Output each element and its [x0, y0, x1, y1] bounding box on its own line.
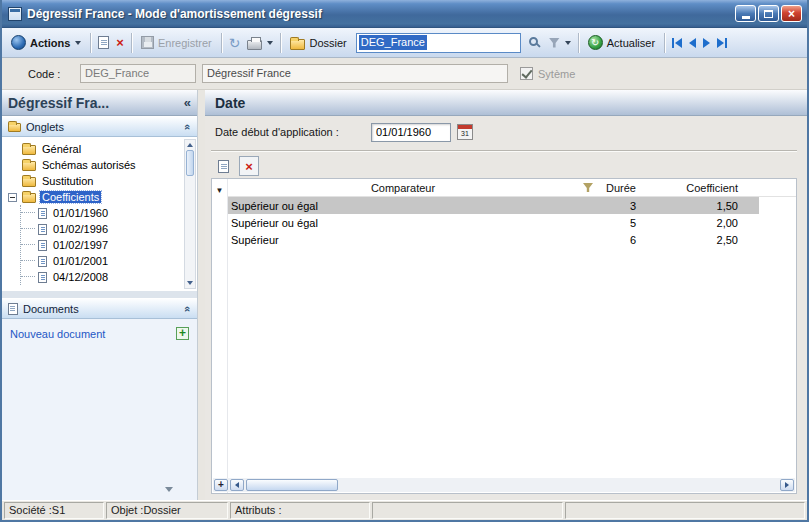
panel-splitter[interactable]	[198, 90, 205, 500]
dossier-button[interactable]: Dossier	[285, 31, 351, 55]
delete-button[interactable]: ×	[113, 31, 127, 55]
grid-rows: Supérieur ou égal31,50Supérieur ou égal5…	[228, 197, 796, 248]
column-header-duree[interactable]: Durée	[598, 182, 638, 194]
tree-item-date[interactable]: 04/12/2008	[21, 269, 183, 285]
table-row[interactable]: Supérieur ou égal31,50	[228, 197, 759, 214]
code-label: Code :	[28, 68, 80, 80]
tree-item-date[interactable]: 01/01/2001	[21, 253, 183, 269]
toolbar-separator	[221, 33, 222, 53]
new-document-link[interactable]: Nouveau document	[10, 328, 176, 340]
refresh-button[interactable]: ↻	[226, 31, 244, 55]
tree: GénéralSchémas autorisésSustitutionCoeff…	[2, 137, 197, 291]
date-field[interactable]: 01/01/1960	[371, 123, 451, 142]
folder-icon	[290, 39, 305, 50]
tree-item[interactable]: Général	[8, 141, 183, 157]
search-icon	[529, 37, 538, 46]
delete-icon: ×	[245, 160, 253, 173]
document-icon	[38, 224, 47, 235]
maximize-button[interactable]	[758, 5, 779, 22]
app-window: Dégressif France - Mode d'amortissement …	[0, 0, 809, 522]
scrollbar-thumb[interactable]	[246, 479, 338, 491]
scroll-up-icon[interactable]	[187, 143, 193, 147]
code-field[interactable]: DEG_France	[80, 64, 196, 83]
status-bar: Société :S1 Objet :Dossier Attributs :	[2, 500, 807, 520]
chevron-up-icon[interactable]: «	[182, 123, 194, 129]
tree-scrollbar[interactable]	[184, 139, 196, 289]
toolbar-separator	[131, 33, 132, 53]
search-button[interactable]	[525, 31, 545, 55]
grid-add-button[interactable]: +	[214, 479, 228, 491]
save-icon	[141, 36, 154, 49]
grid-toolbar: ×	[205, 154, 807, 178]
tree-item[interactable]: Coefficients	[8, 189, 183, 205]
new-button[interactable]	[95, 31, 112, 55]
nav-next-button[interactable]	[700, 31, 713, 55]
chevron-down-icon	[565, 41, 571, 45]
onglets-section-header[interactable]: Onglets «	[2, 116, 197, 137]
tree-collapse-icon[interactable]	[8, 193, 17, 202]
document-icon	[38, 272, 47, 283]
save-label: Enregistrer	[158, 37, 212, 49]
add-row-button[interactable]	[213, 156, 233, 176]
grid-hscrollbar[interactable]: +	[213, 478, 795, 492]
tree-children: 01/01/196001/02/199601/02/199701/01/2001…	[20, 205, 183, 285]
column-header-comparateur[interactable]: Comparateur	[228, 182, 578, 194]
search-input-value: DEG_France	[359, 35, 427, 50]
status-objet: Objet :Dossier	[106, 502, 228, 519]
grid-body: Comparateur Durée Coefficient Supérieur …	[228, 179, 796, 493]
nav-first-button[interactable]	[669, 31, 685, 55]
tree-item[interactable]: Schémas autorisés	[8, 157, 183, 173]
search-input[interactable]: DEG_France	[356, 33, 521, 53]
date-row: Date début d'application : 01/01/1960 31	[205, 116, 807, 148]
calendar-day: 31	[458, 129, 472, 139]
nav-last-button[interactable]	[714, 31, 730, 55]
tree-item-date[interactable]: 01/02/1997	[21, 237, 183, 253]
status-empty-segment	[565, 502, 805, 519]
actualiser-button[interactable]: ↻ Actualiser	[583, 31, 660, 55]
add-document-button[interactable]: +	[176, 327, 189, 340]
name-field[interactable]: Dégressif France	[202, 64, 508, 83]
coefficients-grid: ▼ Comparateur Durée Coefficient Supérieu…	[211, 178, 797, 494]
status-attributs: Attributs :	[230, 502, 370, 519]
grid-options-dropdown[interactable]: ▼	[216, 186, 224, 195]
maximize-icon	[764, 10, 773, 18]
print-button[interactable]	[244, 31, 276, 55]
tree-item[interactable]: Sustitution	[8, 173, 183, 189]
nav-last-icon	[717, 38, 727, 48]
column-filter[interactable]	[578, 183, 598, 192]
calendar-button[interactable]: 31	[457, 124, 473, 140]
column-header-coefficient[interactable]: Coefficient	[638, 182, 743, 194]
tree-item-date[interactable]: 01/02/1996	[21, 221, 183, 237]
filter-button[interactable]	[546, 31, 574, 55]
actions-label: Actions	[30, 37, 70, 49]
document-icon	[38, 208, 47, 219]
documents-section-header[interactable]: Documents «	[2, 298, 197, 319]
scroll-down-icon[interactable]	[165, 487, 173, 492]
delete-row-button[interactable]: ×	[239, 156, 259, 176]
main-title: Date	[215, 95, 245, 111]
scroll-right-button[interactable]	[780, 479, 794, 491]
nav-previous-button[interactable]	[686, 31, 699, 55]
tree-item-date[interactable]: 01/01/1960	[21, 205, 183, 221]
content: Dégressif Fra... « Onglets « GénéralSché…	[2, 90, 807, 500]
toolbar-separator	[280, 33, 281, 53]
scrollbar-thumb[interactable]	[186, 150, 194, 176]
table-row[interactable]: Supérieur62,50	[228, 231, 759, 248]
close-button[interactable]: ×	[781, 5, 802, 22]
actions-button[interactable]: Actions	[6, 31, 86, 55]
tree-item-label: 01/02/1997	[51, 239, 110, 251]
minimize-button[interactable]	[735, 5, 756, 22]
tree-item-label: 01/02/1996	[51, 223, 110, 235]
toolbar-separator	[90, 33, 91, 53]
date-label: Date début d'application :	[215, 126, 365, 138]
save-button[interactable]: Enregistrer	[136, 31, 217, 55]
chevron-up-icon[interactable]: «	[182, 305, 194, 311]
collapse-panel-button[interactable]: «	[184, 95, 191, 110]
scroll-down-icon[interactable]	[187, 281, 193, 285]
table-row[interactable]: Supérieur ou égal52,00	[228, 214, 759, 231]
systeme-checkbox[interactable]	[520, 67, 533, 80]
tree-item-label: Coefficients	[40, 191, 101, 203]
cell-coefficient: 1,50	[638, 200, 743, 212]
scroll-left-button[interactable]	[230, 479, 244, 491]
nav-next-icon	[703, 38, 710, 48]
